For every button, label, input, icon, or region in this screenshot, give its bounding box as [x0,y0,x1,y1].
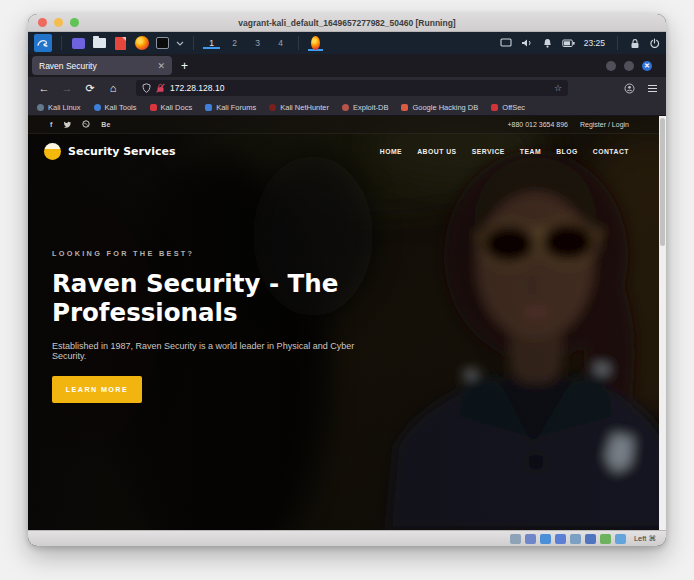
virtualbox-vm-window: vagrant-kali_default_1649657277982_50460… [28,14,666,546]
divider [193,36,194,50]
tracking-shield-icon[interactable] [142,83,151,93]
nav-home[interactable]: HOME [380,148,402,155]
usb-icon[interactable] [570,534,581,544]
kali-linux-favicon [37,104,44,111]
power-icon[interactable] [649,38,660,49]
tab-close-icon[interactable]: ✕ [157,61,165,71]
window-controls: ✕ [606,61,652,71]
text-editor-icon[interactable] [113,36,128,51]
audio-icon[interactable] [540,534,551,544]
nav-team[interactable]: TEAM [520,148,541,155]
hdd-icon[interactable] [510,534,521,544]
kali-tools-favicon [94,104,101,111]
nav-contact[interactable]: CONTACT [593,148,629,155]
workspace-4[interactable]: 4 [272,38,289,49]
file-manager-icon[interactable] [92,36,107,51]
account-icon[interactable] [624,83,635,94]
firefox-launcher-icon[interactable] [134,36,149,51]
site-brand[interactable]: Security Services [68,145,175,158]
bookmark-kali-forums[interactable]: Kali Forums [205,103,256,112]
page-viewport: f Be +880 012 3654 896 Register / Login … [28,116,666,530]
close-window-button[interactable]: ✕ [642,61,652,71]
tab-raven-security[interactable]: Raven Security ✕ [32,56,172,75]
lock-screen-icon[interactable] [630,38,640,49]
home-icon[interactable]: ⌂ [105,82,121,94]
divider [61,36,62,50]
divider [298,36,299,50]
mouse-integration-icon[interactable] [615,534,626,544]
firefox-tab-bar: Raven Security ✕ + ✕ [28,54,666,77]
hero-kicker: LOOKING FOR THE BEST? [52,249,382,258]
kali-docs-favicon [150,104,157,111]
exploit-db-favicon [342,104,349,111]
nav-service[interactable]: SERVICE [472,148,505,155]
bookmark-kali-docs[interactable]: Kali Docs [150,103,193,112]
display-icon[interactable] [600,534,611,544]
hero-section: LOOKING FOR THE BEST? Raven Security - T… [52,249,382,403]
register-login-link[interactable]: Register / Login [580,121,629,128]
facebook-icon[interactable]: f [50,121,52,128]
reload-icon[interactable]: ⟳ [82,82,98,95]
kali-taskbar: 1 2 3 4 23:25 [28,32,666,54]
firefox-running-task[interactable] [308,36,323,51]
bookmark-kali-nethunter[interactable]: Kali NetHunter [269,103,329,112]
kali-nethunter-favicon [269,104,276,111]
learn-more-button[interactable]: LEARN MORE [52,376,142,403]
vbox-status-bar: Left ⌘ [28,530,666,546]
battery-icon[interactable] [562,39,575,48]
minimize-window-button[interactable] [606,61,616,71]
url-text[interactable]: 172.28.128.10 [170,83,549,93]
site-header: Security Services HOME ABOUT US SERVICE … [28,134,659,168]
new-tab-button[interactable]: + [181,59,188,73]
workspace-2[interactable]: 2 [226,38,243,49]
dribbble-icon[interactable] [82,120,90,129]
forward-icon[interactable]: → [59,82,75,94]
insecure-lock-icon[interactable] [156,83,165,93]
behance-icon[interactable]: Be [101,121,110,128]
site-nav: HOME ABOUT US SERVICE TEAM BLOG CONTACT [380,148,629,155]
nav-blog[interactable]: BLOG [556,148,578,155]
notifications-bell-icon[interactable] [542,38,553,49]
host-key-label: Left ⌘ [634,534,656,543]
workspace-1[interactable]: 1 [203,38,220,49]
display-icon[interactable] [500,38,512,48]
divider [617,36,618,50]
network-icon[interactable] [555,534,566,544]
vm-window-title: vagrant-kali_default_1649657277982_50460… [28,18,666,28]
twitter-icon[interactable] [63,121,71,129]
hero-title: Raven Security - The Professionals [52,269,362,328]
page-scrollbar[interactable] [659,116,666,530]
tab-title: Raven Security [39,61,97,71]
terminal-icon[interactable] [155,36,170,51]
clock[interactable]: 23:25 [584,38,605,48]
hero-subtitle: Established in 1987, Raven Security is a… [52,341,382,361]
chevron-down-icon[interactable] [176,39,184,48]
volume-icon[interactable] [521,38,533,48]
menu-hamburger-icon[interactable] [647,84,658,93]
workspace-3[interactable]: 3 [249,38,266,49]
site-topbar: f Be +880 012 3654 896 Register / Login [28,116,659,134]
shared-folders-icon[interactable] [585,534,596,544]
nav-about-us[interactable]: ABOUT US [417,148,457,155]
scrollbar-thumb[interactable] [660,118,665,246]
firefox-toolbar: ← → ⟳ ⌂ 172.28.128.10 ☆ [28,77,666,99]
offsec-favicon [491,104,498,111]
url-bar[interactable]: 172.28.128.10 ☆ [136,80,568,96]
bookmarks-bar: Kali Linux Kali Tools Kali Docs Kali For… [28,99,666,116]
kali-menu-button[interactable] [34,34,52,52]
bookmark-kali-linux[interactable]: Kali Linux [37,103,81,112]
bookmark-star-icon[interactable]: ☆ [554,83,562,93]
maximize-window-button[interactable] [624,61,634,71]
bookmark-google-hacking-db[interactable]: Google Hacking DB [401,103,478,112]
bookmark-offsec[interactable]: OffSec [491,103,525,112]
kali-dragon-icon [37,37,49,49]
workspace-switcher-icon[interactable] [71,36,86,51]
titlebar: vagrant-kali_default_1649657277982_50460… [28,14,666,32]
kali-forums-favicon [205,104,212,111]
optical-drive-icon[interactable] [525,534,536,544]
back-icon[interactable]: ← [36,82,52,94]
google-hacking-db-favicon [401,104,408,111]
bookmark-exploit-db[interactable]: Exploit-DB [342,103,388,112]
bookmark-kali-tools[interactable]: Kali Tools [94,103,137,112]
site-logo-icon[interactable] [44,143,61,160]
